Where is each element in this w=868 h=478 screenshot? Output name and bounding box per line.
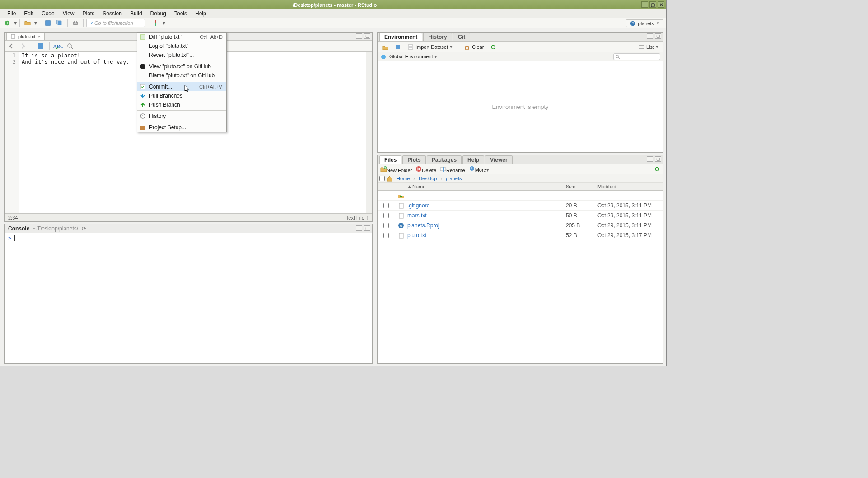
- list-view-button[interactable]: List▾: [637, 43, 660, 51]
- new-file-button[interactable]: [2, 19, 12, 27]
- file-row[interactable]: R planets.Rproj 205 B Oct 29, 2015, 3:11…: [378, 220, 663, 230]
- close-button[interactable]: ✕: [658, 1, 664, 8]
- file-row[interactable]: pluto.txt 52 B Oct 29, 2015, 3:17 PM: [378, 230, 663, 240]
- maximize-button[interactable]: ▢: [649, 1, 656, 8]
- menu-history[interactable]: History: [137, 112, 226, 121]
- file-checkbox[interactable]: [383, 213, 389, 218]
- menu-edit[interactable]: Edit: [20, 9, 37, 18]
- minimize-button[interactable]: _: [641, 1, 648, 8]
- pane-maximize-icon[interactable]: ▢: [364, 33, 370, 39]
- tab-environment[interactable]: Environment: [379, 33, 422, 41]
- back-icon[interactable]: [7, 42, 15, 50]
- menu-build[interactable]: Build: [126, 9, 146, 18]
- menu-help[interactable]: Help: [191, 9, 210, 18]
- cursor-position: 2:34: [8, 215, 18, 220]
- file-row[interactable]: mars.txt 50 B Oct 29, 2015, 3:11 PM: [378, 211, 663, 220]
- select-all-checkbox[interactable]: [379, 176, 385, 181]
- find-icon[interactable]: [66, 42, 74, 50]
- menu-view[interactable]: View: [59, 9, 79, 18]
- save-icon[interactable]: [37, 42, 45, 50]
- load-workspace-button[interactable]: [380, 43, 390, 51]
- home-icon[interactable]: [387, 175, 393, 182]
- menu-commit[interactable]: Commit...Ctrl+Alt+M: [137, 82, 226, 91]
- menu-view-github[interactable]: View "pluto.txt" on GitHub: [137, 62, 226, 71]
- tab-viewer[interactable]: Viewer: [485, 155, 512, 164]
- spellcheck-icon[interactable]: ABC✓: [54, 42, 62, 50]
- file-checkbox[interactable]: [383, 233, 389, 238]
- files-minimize-icon[interactable]: _: [647, 156, 653, 162]
- files-refresh-button[interactable]: [654, 166, 660, 173]
- env-search-input[interactable]: [613, 53, 660, 60]
- menu-revert[interactable]: Revert "pluto.txt"...: [137, 51, 226, 60]
- goto-file-function-input[interactable]: ➔ Go to file/function: [86, 19, 145, 27]
- svg-rect-27: [399, 203, 403, 208]
- save-button[interactable]: [43, 19, 53, 27]
- project-selector[interactable]: R planets ▾: [626, 19, 663, 27]
- sort-asc-icon[interactable]: ▴: [408, 183, 411, 189]
- menu-project-setup[interactable]: Project Setup...: [137, 123, 226, 132]
- console-maximize-icon[interactable]: ▢: [364, 225, 370, 231]
- files-maximize-icon[interactable]: ▢: [655, 156, 661, 162]
- env-toolbar: Import Dataset▾ Clear List▾: [378, 42, 663, 52]
- svg-point-14: [140, 64, 145, 69]
- console-body[interactable]: >: [5, 233, 372, 243]
- console-header: Console ~/Desktop/planets/ ⟳ _ ▢: [5, 224, 372, 233]
- svg-rect-31: [399, 233, 403, 238]
- file-checkbox[interactable]: [383, 203, 389, 208]
- clear-button[interactable]: Clear: [462, 43, 485, 51]
- menu-tools[interactable]: Tools: [170, 9, 191, 18]
- save-workspace-button[interactable]: [393, 43, 403, 51]
- editor-tab-pluto[interactable]: pluto.txt ×: [6, 33, 45, 40]
- tab-history[interactable]: History: [423, 33, 452, 41]
- save-all-button[interactable]: [55, 19, 65, 27]
- editor-scrollbar[interactable]: [366, 52, 372, 213]
- tab-plots[interactable]: Plots: [402, 155, 425, 164]
- more-button[interactable]: More▾: [469, 165, 489, 173]
- window-title: ~/Desktop/planets - master - RStudio: [290, 2, 377, 8]
- breadcrumb-home[interactable]: Home: [395, 176, 411, 181]
- file-checkbox[interactable]: [383, 223, 389, 228]
- git-toolbar-button[interactable]: [151, 19, 161, 27]
- menu-log[interactable]: Log of "pluto.txt": [137, 42, 226, 51]
- tab-files[interactable]: Files: [379, 155, 401, 164]
- env-minimize-icon[interactable]: _: [647, 33, 653, 39]
- console-clear-icon[interactable]: ⟳: [82, 225, 86, 232]
- console-minimize-icon[interactable]: _: [356, 225, 362, 231]
- editor-pane: pluto.txt × _ ▢ ABC✓ 12: [4, 32, 373, 222]
- tab-git[interactable]: Git: [453, 33, 471, 41]
- menu-debug[interactable]: Debug: [146, 9, 170, 18]
- file-list-header: ▴Name Size Modified: [378, 183, 663, 191]
- refresh-button[interactable]: [488, 43, 498, 51]
- file-row[interactable]: .gitignore 29 B Oct 29, 2015, 3:11 PM: [378, 201, 663, 211]
- delete-button[interactable]: Delete: [415, 166, 436, 173]
- tab-packages[interactable]: Packages: [427, 155, 462, 164]
- new-folder-button[interactable]: New Folder: [380, 166, 412, 173]
- menu-session[interactable]: Session: [98, 9, 126, 18]
- close-tab-icon[interactable]: ×: [38, 34, 41, 39]
- forward-icon[interactable]: [19, 42, 27, 50]
- menu-blame-github[interactable]: Blame "pluto.txt" on GitHub: [137, 71, 226, 80]
- menu-file[interactable]: File: [3, 9, 20, 18]
- files-pane: Files Plots Packages Help Viewer _▢ New …: [377, 155, 663, 364]
- menu-code[interactable]: Code: [37, 9, 59, 18]
- parent-dir-row[interactable]: ..: [378, 191, 663, 201]
- pane-minimize-icon[interactable]: _: [356, 33, 362, 39]
- push-icon: [139, 101, 146, 108]
- import-dataset-button[interactable]: Import Dataset▾: [406, 43, 454, 51]
- menu-pull[interactable]: Pull Branches: [137, 91, 226, 100]
- env-maximize-icon[interactable]: ▢: [655, 33, 661, 39]
- open-file-button[interactable]: [23, 19, 33, 27]
- print-button[interactable]: [70, 19, 80, 27]
- menu-push[interactable]: Push Branch: [137, 100, 226, 109]
- editor-tab-label: pluto.txt: [18, 34, 36, 39]
- breadcrumb-planets[interactable]: planets: [444, 176, 463, 181]
- globe-icon: [380, 54, 387, 60]
- env-tabbar: Environment History Git _▢: [378, 33, 663, 42]
- breadcrumb-more-icon[interactable]: ⋯: [655, 175, 660, 181]
- tab-help[interactable]: Help: [462, 155, 484, 164]
- rename-button[interactable]: Rename: [440, 166, 465, 173]
- menu-plots[interactable]: Plots: [79, 9, 99, 18]
- scope-selector[interactable]: Global Environment ▾: [389, 54, 437, 60]
- menu-diff[interactable]: Diff "pluto.txt"Ctrl+Alt+D: [137, 33, 226, 42]
- breadcrumb-desktop[interactable]: Desktop: [417, 176, 439, 181]
